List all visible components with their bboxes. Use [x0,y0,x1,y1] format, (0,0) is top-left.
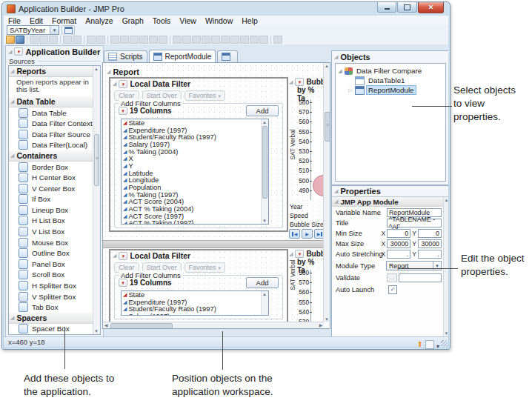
column-item[interactable]: ◢ % Taking (2004) [122,148,268,156]
group-icon-10[interactable] [259,36,268,44]
red-triangle-menu-icon[interactable] [295,250,304,258]
red-triangle-menu-icon[interactable] [119,80,127,88]
disclosure-icon[interactable]: ◢ [113,253,116,259]
column-item[interactable]: ◢ X [122,155,268,162]
section-header[interactable]: ◢ Data Table [9,96,93,107]
disclosure-icon[interactable]: ◢ [289,79,293,85]
bubble-plot-panel[interactable]: ◢ Bubble by % Ta 580570560550540530520 S… [288,249,324,323]
column-item[interactable]: ◢ State [122,291,268,299]
module-header[interactable]: ◢ JMP App Module [332,197,444,207]
section-header[interactable]: ◢ Spacers [9,313,93,324]
source-item[interactable]: Mouse Box [9,237,93,248]
red-triangle-menu-icon[interactable] [119,107,127,115]
column-item[interactable]: ◢ Salary (1997) [122,141,268,148]
column-item[interactable]: ◢ ACT Score (2004) [122,199,268,206]
min-size-x-field[interactable]: 0 [387,229,410,238]
scroll-right-icon[interactable]: ▶ [318,322,324,328]
source-item[interactable]: Data Filter Context Box [9,118,93,129]
copy-icon[interactable] [39,36,48,44]
menu-item[interactable]: Graph [118,16,148,25]
sidebar-scrollbar[interactable]: ▲ ▼ [93,66,100,334]
column-item[interactable]: ◢ State [122,119,268,127]
group-icon-5[interactable] [211,36,220,44]
tree-expander-icon[interactable] [346,87,355,93]
disclosure-icon[interactable]: ◢ [334,188,338,194]
columns-scroll-thumb[interactable] [262,126,267,199]
align-left-icon[interactable] [110,36,119,44]
tree-row[interactable]: ReportModule [336,85,445,95]
align-middle-icon[interactable] [149,36,158,44]
scroll-left-icon[interactable]: ◀ [103,322,109,328]
save-icon[interactable] [16,36,24,44]
disclosure-icon[interactable]: ◢ [107,69,110,75]
source-item[interactable]: Lineup Box [9,205,93,216]
menu-item[interactable]: Window [201,16,237,25]
source-item[interactable]: H Center Box [9,172,93,183]
separator[interactable] [270,36,271,44]
chevron-down-icon[interactable] [436,338,439,351]
section-header[interactable]: ◢ Display [9,334,93,335]
disclosure-icon[interactable]: ◢ [113,81,116,87]
module-type-dropdown[interactable]: Report [386,261,442,270]
columns-scrollbar[interactable]: ▲ ▼ [261,119,268,224]
source-item[interactable]: Data Table [9,107,93,119]
disclosure-icon[interactable]: ◢ [334,54,338,60]
source-item[interactable]: Data Filter(Local) [9,140,93,151]
title-bar[interactable]: Application Builder - JMP Pro ✕ [2,2,450,16]
workspace-vertical-scrollbar[interactable]: ▲ ▼ [323,63,330,322]
red-triangle-menu-icon[interactable] [14,47,23,56]
scroll-down-icon[interactable]: ▼ [262,218,267,224]
align-center-icon[interactable] [120,36,129,44]
source-item[interactable]: V List Box [9,226,93,237]
vertical-scroll-thumb[interactable] [325,112,330,142]
properties-icon[interactable] [63,36,72,44]
scroll-down-icon[interactable]: ▼ [93,328,99,334]
menu-item[interactable]: View [175,16,201,25]
workspace-horizontal-scrollbar[interactable]: ◀ ▶ [103,322,324,328]
column-item[interactable]: ◢ Student/Faculty Ratio (1997) [122,133,268,141]
chevron-down-icon[interactable] [50,26,59,34]
group-icon-7[interactable] [230,36,239,44]
menu-item[interactable]: Format [47,16,81,25]
column-item[interactable]: ◢ Salary (1997) [122,313,268,316]
column-item[interactable]: ◢ ACT % Taking (2004) [122,205,268,213]
auto-stretching-y-field[interactable]: . [418,250,442,259]
play-button[interactable]: ▶ [302,229,313,239]
run-icon[interactable] [273,36,282,44]
align-right-icon[interactable] [130,36,139,44]
validate-browse-button[interactable]: ... [387,273,397,282]
minimize-button[interactable] [377,2,396,13]
properties-scrollbar[interactable]: ▲ ▼ [443,197,448,336]
validate-field[interactable] [399,273,442,282]
column-item[interactable]: ◢ Latitude [122,170,268,177]
group-icon-9[interactable] [250,36,259,44]
local-data-filter-panel[interactable]: ◢ Local Data Filter Clear Start Over Fav… [109,249,288,323]
auto-launch-checkbox[interactable] [388,285,397,294]
column-item[interactable]: ◢ ACT Score (1997) [122,213,268,220]
close-button[interactable]: ✕ [418,2,444,13]
column-item[interactable]: ◢ Expenditure (1997) [122,127,268,134]
separator[interactable] [107,36,108,44]
favorites-button[interactable]: Favorites [184,262,226,273]
section-header[interactable]: ◢ Reports [9,66,93,77]
max-size-y-field[interactable]: 30000 [418,239,442,248]
scroll-up-icon[interactable]: ▲ [324,63,330,69]
group-icon-1[interactable] [173,36,182,44]
resize-grip[interactable] [441,340,448,347]
sidebar-scroll-thumb[interactable] [94,134,99,186]
red-triangle-menu-icon[interactable] [119,279,127,287]
source-item[interactable]: Scroll Box [9,270,93,281]
disclosure-icon[interactable]: ◢ [8,49,12,55]
source-item[interactable]: Outline Box [9,247,93,259]
separator[interactable] [84,36,84,44]
column-item[interactable]: ◢ Student/Faculty Ratio (1997) [122,305,268,313]
max-size-x-field[interactable]: 30000 [387,239,410,248]
new-data-view-button[interactable] [61,25,75,36]
maximize-button[interactable] [397,2,417,13]
open-icon[interactable] [6,36,15,44]
disclosure-icon[interactable]: ◢ [334,199,338,205]
script-icon[interactable] [73,36,82,44]
bubble-plot-panel[interactable]: ◢ Bubble by % Ta 58057056055054053052051… [288,77,324,239]
source-item[interactable]: Spacer Box [9,324,93,335]
menu-item[interactable]: Tools [148,16,176,25]
